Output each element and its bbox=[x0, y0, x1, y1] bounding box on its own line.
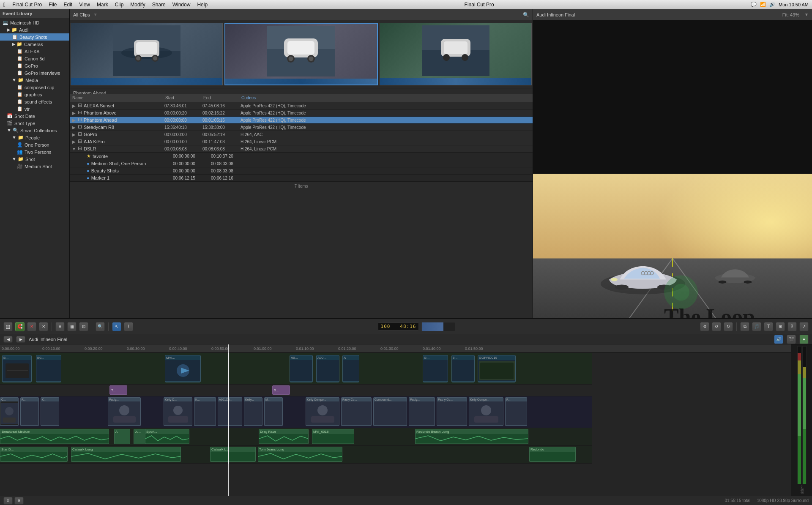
tree-shot-date[interactable]: 📅 Shot Date bbox=[0, 112, 69, 120]
track-clip-b1[interactable]: B... bbox=[2, 355, 32, 382]
snap-btn[interactable]: ⧉ bbox=[740, 322, 749, 331]
clip-row-alexa-sunset[interactable]: ▶ 🎞 ALEXA Sunset 07:30:46:01 07:45:08:16… bbox=[70, 102, 533, 109]
tree-sound-effects[interactable]: 📋 sound effects bbox=[0, 98, 69, 105]
audio-btn[interactable]: 🎵 bbox=[752, 322, 761, 331]
clip-thumb-3[interactable] bbox=[380, 23, 532, 85]
mv-clip-compound[interactable]: Compound... bbox=[373, 397, 407, 426]
menu-file[interactable]: File bbox=[49, 2, 57, 8]
menu-clip[interactable]: Clip bbox=[115, 2, 124, 8]
mv-clip-kelly2[interactable]: Kelly... bbox=[244, 397, 262, 426]
generator-btn[interactable]: ⊞ bbox=[776, 322, 785, 331]
icon-view-btn[interactable]: ⊡ bbox=[79, 322, 88, 331]
status-btn-2[interactable]: ⊞ bbox=[14, 497, 24, 505]
tree-audi[interactable]: ▶ 📁 Audi bbox=[0, 26, 69, 33]
blade-tool[interactable]: ⌇ bbox=[124, 322, 133, 331]
tree-shot[interactable]: ▼ 📁 Shot bbox=[0, 156, 69, 163]
mv-clip-p2[interactable]: P... bbox=[505, 397, 527, 426]
tree-shot-type[interactable]: 🎬 Shot Type bbox=[0, 120, 69, 127]
menu-help[interactable]: Help bbox=[197, 2, 208, 8]
timeline-green-btn[interactable]: ● bbox=[799, 335, 809, 344]
clips-dropdown-icon[interactable]: ▼ bbox=[93, 12, 98, 17]
title-clip-s[interactable]: S... bbox=[272, 385, 290, 395]
mv-clip-paulyco[interactable]: Pauly Co... bbox=[341, 397, 372, 426]
tree-gopro-interviews[interactable]: 📋 GoPro Interviews bbox=[0, 69, 69, 76]
audio-clip-sport[interactable]: Sport... bbox=[145, 429, 189, 444]
track-clip-b2[interactable]: B0... bbox=[36, 355, 61, 382]
timeline-back-btn[interactable]: ◀ bbox=[3, 336, 13, 343]
audio-clip-catwalklong[interactable]: Catwalk Long bbox=[71, 447, 181, 462]
effects-btn[interactable]: ⚙ bbox=[700, 322, 709, 331]
tree-macintosh-hd[interactable]: 💻 Macintosh HD bbox=[0, 19, 69, 26]
tree-media[interactable]: ▼ 📁 Media bbox=[0, 76, 69, 84]
title-clip-t[interactable]: T... bbox=[109, 385, 127, 395]
clip-thumb-2[interactable] bbox=[224, 23, 377, 85]
mv-clip-kellycmp2[interactable]: Kelly Compo... bbox=[469, 397, 503, 426]
mv-clip-k2[interactable]: K... bbox=[194, 397, 216, 426]
track-clip-a00[interactable]: A00... bbox=[316, 355, 339, 382]
expand-icon[interactable]: ▶ bbox=[71, 118, 77, 123]
clip-thumb-1[interactable] bbox=[71, 23, 223, 85]
clips-search-icon[interactable]: 🔍 bbox=[523, 12, 529, 18]
expand-icon[interactable]: ▶ bbox=[71, 111, 77, 115]
menu-edit[interactable]: Edit bbox=[64, 2, 73, 8]
clip-row-aja[interactable]: ▶ 🎞 AJA KiPro 00:00:00:00 00:11:47:03 H.… bbox=[70, 138, 533, 145]
mv-clip-m[interactable]: M... bbox=[264, 397, 283, 426]
mv-clip-a001[interactable]: A001C0... bbox=[218, 397, 242, 426]
clip-row-beauty-shots[interactable]: ● Beauty Shots 00:00:00:00 00:08:03:08 bbox=[70, 167, 533, 175]
fit-dropdown[interactable]: ▼ bbox=[804, 12, 809, 17]
mv-clip-c[interactable]: C... bbox=[0, 397, 19, 426]
tree-two-persons[interactable]: 👥 Two Persons bbox=[0, 148, 69, 156]
tree-smart-collections[interactable]: ▼ 🔍 Smart Collections bbox=[0, 127, 69, 134]
mv-clip-k[interactable]: K... bbox=[41, 397, 59, 426]
col-header-start[interactable]: Start bbox=[163, 95, 201, 101]
track-clip-5[interactable]: 5... bbox=[451, 355, 475, 382]
expand-icon[interactable]: ▶ bbox=[71, 139, 77, 144]
timeline-audio-btn[interactable]: 🔊 bbox=[774, 335, 783, 344]
apple-menu[interactable]:  bbox=[3, 1, 5, 8]
clip-row-phantom-ahead[interactable]: ▶ 🎞 Phantom Ahead 00:00:00:00 00:01:05:1… bbox=[70, 117, 533, 124]
track-clip-g[interactable]: G... bbox=[423, 355, 448, 382]
expand-icon[interactable]: ▶ bbox=[71, 132, 77, 137]
mv-clip-pauly[interactable]: Pauly... bbox=[108, 397, 141, 426]
mv-clip-kellyc[interactable]: Kelly C... bbox=[164, 397, 192, 426]
timeline-fwd-btn[interactable]: ▶ bbox=[16, 336, 25, 343]
menu-fcp[interactable]: Final Cut Pro bbox=[12, 2, 42, 8]
expand-icon[interactable]: ▶ bbox=[71, 104, 77, 108]
menu-mark[interactable]: Mark bbox=[97, 2, 108, 8]
track-clip-gopro019[interactable]: GOPRO019 bbox=[478, 355, 516, 382]
filmstrip-btn[interactable]: ▦ bbox=[67, 322, 77, 331]
audio-clip-tornjeans[interactable]: Torn Jeans Long bbox=[258, 447, 342, 462]
voiceover-btn[interactable]: 🎙 bbox=[787, 322, 797, 331]
redo-btn[interactable]: ↻ bbox=[724, 322, 733, 331]
col-header-end[interactable]: End bbox=[201, 95, 239, 101]
clip-row-dslr[interactable]: ▼ 🎞 DSLR 00:00:08:08 00:08:03:08 H.264, … bbox=[70, 145, 533, 153]
mv-clip-p[interactable]: P... bbox=[20, 397, 39, 426]
col-header-name[interactable]: Name bbox=[70, 95, 163, 101]
import-btn[interactable]: ⊞ bbox=[3, 322, 13, 331]
tree-cameras[interactable]: ▶ 📁 Cameras bbox=[0, 41, 69, 48]
expand-icon[interactable]: ▶ bbox=[71, 125, 77, 130]
track-clip-a0[interactable]: A0... bbox=[290, 355, 313, 382]
mv-clip-pauly2[interactable]: Pauly... bbox=[409, 397, 435, 426]
tree-gopro[interactable]: 📋 GoPro bbox=[0, 62, 69, 69]
magnetic-btn[interactable]: 🧲 bbox=[15, 322, 25, 331]
list-view-btn[interactable]: ≡ bbox=[55, 322, 65, 331]
tree-alexa[interactable]: 📋 ALEXA bbox=[0, 48, 69, 55]
mv-clip-paulyco2[interactable]: Pau-y Co... bbox=[437, 397, 467, 426]
tree-canon5d[interactable]: 📋 Canon 5d bbox=[0, 55, 69, 62]
menu-window[interactable]: Window bbox=[172, 2, 191, 8]
mv-clip-kellycpmp[interactable]: Kelly Compo... bbox=[306, 397, 339, 426]
track-clip-mvi[interactable]: MVI... bbox=[165, 355, 201, 382]
expand-icon[interactable]: ▼ bbox=[71, 147, 77, 151]
share-btn2[interactable]: ↗ bbox=[799, 322, 809, 331]
search-btn[interactable]: 🔍 bbox=[96, 322, 105, 331]
menu-share[interactable]: Share bbox=[152, 2, 166, 8]
track-clip-a[interactable]: A bbox=[342, 355, 359, 382]
tree-medium-shot[interactable]: 🎥 Medium Shot bbox=[0, 163, 69, 170]
audio-clip-breakbeat[interactable]: Breakbeat Medium bbox=[0, 429, 109, 444]
audio-clip-mvi0018[interactable]: MVI_0018 bbox=[312, 429, 354, 444]
tree-composed[interactable]: 📋 composed clip bbox=[0, 84, 69, 91]
menu-view[interactable]: View bbox=[79, 2, 90, 8]
clip-row-favorite[interactable]: ★ favorite 00:00:00:00 00:10:37:20 bbox=[70, 153, 533, 160]
tree-graphics[interactable]: 📋 graphics bbox=[0, 91, 69, 98]
